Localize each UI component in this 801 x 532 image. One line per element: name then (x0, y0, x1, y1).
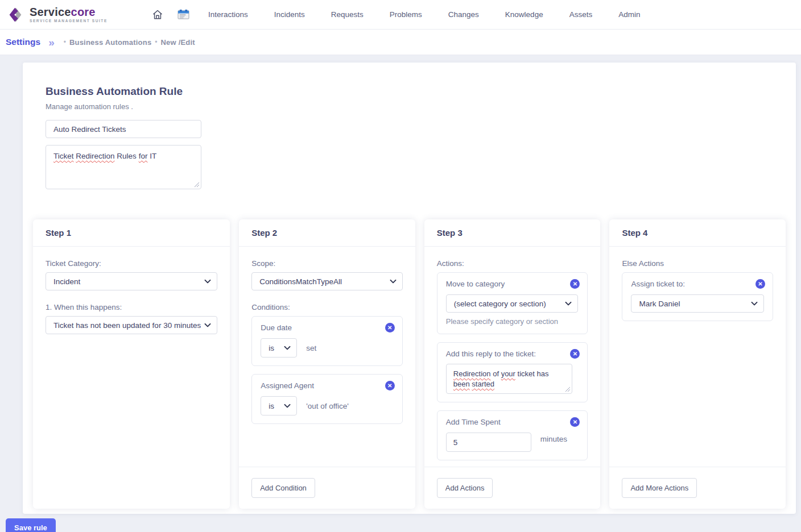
remove-condition-icon[interactable]: ✕ (385, 323, 395, 332)
action-name: Add this reply to the ticket: (446, 350, 579, 358)
condition-operator-select[interactable]: is (261, 338, 297, 358)
nav-item-requests[interactable]: Requests (331, 10, 364, 19)
action-card-add-time-spent: Add Time Spent ✕ minutes (437, 410, 588, 460)
add-actions-button[interactable]: Add Actions (437, 478, 493, 498)
action-card-add-reply: Add this reply to the ticket: ✕ Redirect… (437, 342, 588, 402)
ticket-category-label: Ticket Category: (46, 259, 217, 268)
add-more-actions-button[interactable]: Add More Actions (622, 478, 697, 498)
chevron-down-icon (284, 404, 291, 408)
business-automation-panel: Business Automation Rule Manage automati… (23, 63, 796, 514)
resize-handle[interactable] (193, 181, 199, 187)
conditions-label: Conditions: (251, 303, 403, 311)
reply-textarea[interactable]: Redirection of your ticket has been star… (446, 364, 572, 394)
category-select[interactable]: (select category or section) (446, 294, 578, 313)
breadcrumb-settings-link[interactable]: Settings (6, 37, 40, 47)
servicecore-logo[interactable]: Servicecore SERVICE MANAGEMENT SUITE (6, 5, 108, 24)
save-rule-button[interactable]: Save rule (6, 518, 56, 532)
condition-name: Assigned Agent (261, 381, 394, 390)
breadcrumb-separator: • (155, 38, 157, 46)
condition-name: Due date (261, 323, 394, 332)
chevron-down-icon (204, 279, 211, 284)
nav-item-changes[interactable]: Changes (448, 10, 479, 19)
resize-handle[interactable] (564, 386, 570, 392)
rule-description-textarea[interactable]: Ticket Redirection Rules for IT (46, 145, 201, 189)
trigger-label: 1. When this happens: (46, 303, 217, 311)
category-helper-text: Please specify category or section (446, 317, 579, 326)
add-condition-button[interactable]: Add Condition (251, 478, 315, 498)
chevron-down-icon (284, 346, 291, 350)
servicecore-logo-icon (6, 5, 25, 24)
chevron-down-icon (204, 323, 211, 327)
condition-card-due-date: Due date ✕ is set (251, 316, 403, 366)
actions-label: Actions: (437, 259, 588, 268)
ticket-category-select[interactable]: Incident (46, 272, 217, 290)
step-4-card: Step 4 Else Actions Assign ticket to: ✕ … (609, 219, 786, 509)
home-icon[interactable] (150, 7, 165, 22)
condition-operator-select[interactable]: is (261, 396, 297, 415)
brand-tagline: SERVICE MANAGEMENT SUITE (30, 19, 108, 23)
else-actions-label: Else Actions (622, 259, 773, 268)
top-navigation-bar: Servicecore SERVICE MANAGEMENT SUITE Int… (0, 0, 801, 30)
brand-name: Servicecore (30, 6, 108, 18)
step-2-title: Step 2 (239, 219, 415, 247)
page-subtitle: Manage automation rules . (46, 102, 786, 111)
breadcrumb-new-edit: New /Edit (161, 38, 195, 47)
time-spent-input[interactable] (446, 433, 531, 452)
trigger-select[interactable]: Ticket has not been updated for 30 minut… (46, 316, 217, 334)
step-1-card: Step 1 Ticket Category: Incident 1. When… (33, 219, 230, 509)
scope-label: Scope: (251, 259, 403, 268)
action-card-assign-ticket: Assign ticket to: ✕ Mark Daniel (622, 272, 773, 321)
chevron-down-icon (751, 301, 758, 306)
reply-text: Redirection of your ticket has been star… (453, 369, 549, 388)
scope-select[interactable]: ConditionsMatchTypeAll (251, 272, 403, 290)
calendar-icon[interactable] (176, 7, 191, 22)
nav-item-interactions[interactable]: Interactions (208, 10, 248, 19)
step-1-title: Step 1 (33, 219, 230, 247)
condition-value: set (306, 344, 316, 352)
nav-item-problems[interactable]: Problems (390, 10, 422, 19)
step-2-card: Step 2 Scope: ConditionsMatchTypeAll Con… (239, 219, 415, 509)
condition-value: 'out of office' (306, 402, 349, 410)
breadcrumb: Settings » • Business Automations • New … (0, 30, 801, 55)
nav-item-incidents[interactable]: Incidents (274, 10, 305, 19)
step-3-card: Step 3 Actions: Move to category ✕ (sele… (424, 219, 601, 509)
minutes-label: minutes (540, 435, 567, 443)
chevron-down-icon (390, 279, 397, 284)
nav-item-admin[interactable]: Admin (618, 10, 640, 19)
condition-card-assigned-agent: Assigned Agent ✕ is 'out of office' (251, 374, 403, 424)
rule-description-text: Ticket Redirection Rules for IT (53, 152, 156, 160)
nav-item-assets[interactable]: Assets (569, 10, 593, 19)
breadcrumb-business-automations[interactable]: Business Automations (69, 38, 151, 47)
action-card-move-to-category: Move to category ✕ (select category or s… (437, 272, 588, 334)
assign-to-select[interactable]: Mark Daniel (631, 294, 764, 313)
remove-condition-icon[interactable]: ✕ (385, 381, 395, 390)
action-name: Add Time Spent (446, 418, 579, 426)
nav-item-knowledge[interactable]: Knowledge (505, 10, 543, 19)
double-chevron-icon[interactable]: » (48, 37, 55, 48)
step-4-title: Step 4 (609, 219, 786, 247)
action-name: Move to category (446, 280, 579, 288)
chevron-down-icon (565, 301, 572, 306)
primary-nav-links: Interactions Incidents Requests Problems… (208, 10, 641, 19)
step-3-title: Step 3 (424, 219, 601, 247)
page-title: Business Automation Rule (46, 85, 786, 98)
rule-name-input[interactable] (46, 120, 201, 138)
remove-action-icon[interactable]: ✕ (755, 279, 765, 289)
breadcrumb-separator: • (64, 38, 66, 46)
action-name: Assign ticket to: (631, 280, 764, 288)
